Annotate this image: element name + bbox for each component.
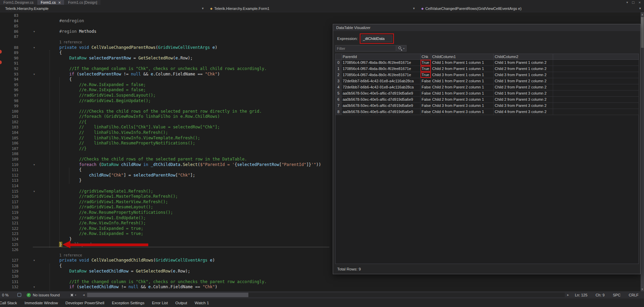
scroll-up-icon[interactable]: ▲	[641, 12, 644, 16]
cell-parentid[interactable]: 72de6bb7-b6b6-4c42-91e8-a4c116ab28ca	[342, 84, 421, 90]
cell-chk[interactable]: True	[421, 72, 431, 78]
line-number[interactable]: 111	[0, 167, 18, 173]
status-line-ending[interactable]: CRLF	[625, 293, 644, 297]
line-number[interactable]: 122	[0, 226, 18, 232]
cell-childcolumn1[interactable]: Child 3 from Parent 1 column 1	[431, 72, 494, 78]
line-number[interactable]: 106	[0, 141, 18, 146]
close-icon[interactable]: ×	[638, 1, 641, 4]
line-number[interactable]: 95	[0, 82, 18, 88]
cell-parentid[interactable]: aa0b5678-50ec-40e5-af6c-d7d919d5a6e9	[342, 109, 421, 115]
line-number[interactable]: 101	[0, 114, 18, 120]
line-number[interactable]: 85	[0, 24, 18, 29]
line-number[interactable]: 92	[0, 66, 18, 72]
cell-childcolumn1[interactable]: Child 2 from Parent 1 column 1	[431, 66, 494, 72]
document-tab[interactable]: Form1.Designer.cs	[0, 0, 37, 5]
fold-toggle-icon[interactable]: ▾	[18, 284, 35, 290]
line-number[interactable]: 115	[0, 189, 18, 194]
line-number[interactable]: 109	[0, 157, 18, 162]
cell-childcolumn1[interactable]: Child 4 from Parent 3 column 1	[431, 109, 494, 115]
cell-childcolumn1[interactable]: Child 3 from Parent 3 column 1	[431, 103, 494, 109]
status-spaces[interactable]: SPC	[609, 293, 625, 297]
scrollbar-thumb[interactable]	[641, 17, 644, 48]
line-number[interactable]: 103	[0, 125, 18, 130]
cell-childcolumn2[interactable]: Child 2 from Parent 1 column 2	[494, 66, 553, 72]
line-number[interactable]: 91	[0, 61, 18, 66]
line-number[interactable]: 84	[0, 18, 18, 24]
line-number[interactable]: 99	[0, 103, 18, 109]
code-cleanup-button[interactable]: ▾	[70, 293, 76, 297]
cell-parentid[interactable]: 170856c4-0f67-4bda-8b0c-f61fee81671e	[342, 66, 421, 72]
column-header[interactable]: ChildColumn2	[494, 54, 553, 60]
status-line[interactable]: Ln: 125	[571, 293, 592, 297]
line-number[interactable]: 107	[0, 146, 18, 152]
expression-input[interactable]	[361, 36, 392, 42]
column-header[interactable]	[553, 54, 639, 60]
scrollbar-thumb[interactable]	[87, 293, 248, 297]
fold-toggle-icon[interactable]: ▾	[18, 258, 35, 263]
line-number[interactable]: 89	[0, 50, 18, 56]
panel-tab[interactable]: Error List	[148, 301, 172, 305]
vertical-scrollbar[interactable]: ▲ ▼	[641, 12, 644, 291]
cell-parentid[interactable]: 170856c4-0f67-4bda-8b0c-f61fee81671e	[342, 72, 421, 78]
cell-filler[interactable]	[553, 66, 639, 72]
scroll-down-icon[interactable]: ▼	[641, 287, 644, 291]
cell-chk[interactable]: False	[421, 97, 431, 103]
cell-childcolumn2[interactable]: Child 2 from Parent 3 column 2	[494, 97, 553, 103]
scroll-right-icon[interactable]: ▶	[565, 294, 571, 296]
row-header[interactable]: 8	[335, 109, 342, 115]
fold-toggle-icon[interactable]: ▾	[18, 162, 35, 168]
line-number[interactable]: 90	[0, 56, 18, 61]
line-number[interactable]: 123	[0, 231, 18, 237]
cell-childcolumn2[interactable]: Child 3 from Parent 3 column 2	[494, 103, 553, 109]
line-number[interactable]: 121	[0, 221, 18, 226]
cell-filler[interactable]	[553, 72, 639, 78]
cell-childcolumn1[interactable]: Child 1 from Parent 1 column 1	[431, 60, 494, 66]
panel-tab[interactable]: Developer PowerShell	[62, 301, 108, 305]
row-header[interactable]: 0	[335, 60, 342, 66]
line-number[interactable]: 110	[0, 162, 18, 168]
cell-childcolumn2[interactable]: Child 2 from Parent 2 column 2	[494, 84, 553, 90]
line-number[interactable]: 105	[0, 136, 18, 141]
line-number[interactable]: 129	[0, 269, 18, 274]
code-line[interactable]: 132▾ if (selectedChildRow != null && e.C…	[0, 284, 641, 290]
row-header[interactable]: 1	[335, 66, 342, 72]
cell-childcolumn1[interactable]: Child 2 from Parent 3 column 1	[431, 97, 494, 103]
type-dropdown[interactable]: ◆ Telerik.Hierarchy.Example.Form1 ▼	[207, 5, 418, 12]
code-line[interactable]: 130	[0, 274, 641, 279]
cell-chk[interactable]: True	[421, 60, 431, 66]
line-number[interactable]: 83	[0, 13, 18, 18]
panel-tab[interactable]: Exception Settings	[108, 301, 148, 305]
project-dropdown[interactable]: Telerik.Hierarchy.Example ▼	[0, 5, 207, 12]
cell-childcolumn1[interactable]: Child 1 from Parent 3 column 1	[431, 90, 494, 97]
cell-filler[interactable]	[553, 78, 639, 84]
fold-toggle-icon[interactable]: ▾	[18, 72, 35, 77]
line-number[interactable]: 94	[0, 77, 18, 82]
cell-chk[interactable]: False	[421, 90, 431, 97]
line-number[interactable]: 120	[0, 215, 18, 221]
line-number[interactable]: 93	[0, 72, 18, 77]
row-header[interactable]: 5	[335, 90, 342, 97]
cell-childcolumn2[interactable]: Child 1 from Parent 2 column 2	[494, 78, 553, 84]
cell-childcolumn2[interactable]: Child 1 from Parent 3 column 2	[494, 90, 553, 97]
column-header[interactable]: ChildColumn1	[431, 54, 494, 60]
scroll-left-icon[interactable]: ◀	[81, 294, 86, 296]
line-number[interactable]	[0, 40, 18, 45]
column-header[interactable]	[335, 54, 342, 60]
line-number[interactable]: 113	[0, 178, 18, 183]
line-number[interactable]: 119	[0, 210, 18, 215]
cell-childcolumn2[interactable]: Child 3 from Parent 1 column 2	[494, 72, 553, 78]
cell-childcolumn2[interactable]: Child 1 from Parent 1 column 2	[494, 60, 553, 66]
window-icon[interactable]: □	[632, 1, 635, 4]
tab-close-icon[interactable]: ×	[58, 1, 61, 4]
horizontal-scrollbar[interactable]	[87, 293, 565, 297]
status-column[interactable]: Ch: 9	[591, 293, 608, 297]
line-number[interactable]: 124	[0, 237, 18, 242]
code-line[interactable]: 131 //If the changed column is "Chk", ch…	[0, 279, 641, 285]
column-header[interactable]: Chk	[421, 54, 431, 60]
line-number[interactable]: 100	[0, 109, 18, 114]
line-number[interactable]: 128	[0, 263, 18, 269]
panel-tab[interactable]: Call Stack	[0, 301, 21, 305]
cell-chk[interactable]: False	[421, 84, 431, 90]
cell-chk[interactable]: False	[421, 78, 431, 84]
row-header[interactable]: 6	[335, 97, 342, 103]
